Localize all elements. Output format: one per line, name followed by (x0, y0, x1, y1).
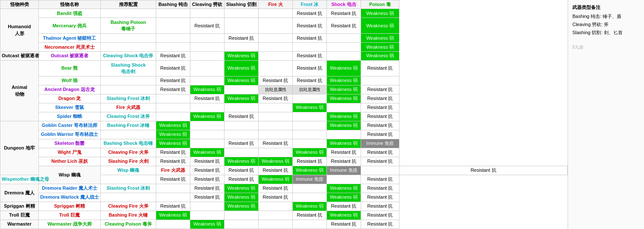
slash-cell: Resistant 抗 (224, 112, 259, 121)
monster-config-cell: Slashing Frost 冰剑 (101, 184, 156, 193)
monster-name-cell: Troll 巨魔 (39, 211, 101, 220)
slash-cell: Weakness 弱 (224, 52, 259, 61)
monster-config-cell (101, 9, 156, 18)
cleave-cell (190, 130, 224, 139)
cleave-cell (190, 121, 224, 130)
fire-cell (259, 52, 293, 61)
fire-cell (259, 34, 293, 43)
monster-name-cell: Skeleton 骷髅 (39, 139, 101, 148)
monster-config-cell: Cleaving Fire 火斧 (101, 202, 156, 211)
table-row: Goblin Warrior 哥布林战士Weakness 弱Resistant … (0, 130, 568, 139)
shock-cell: Weakness 弱 (327, 184, 361, 193)
bash-cell (156, 184, 190, 193)
monster-config-cell: Cleaving Fire 火斧 (101, 148, 156, 157)
poison-cell: Resistant 抗 (361, 193, 399, 202)
poison-cell: Resistant 抗 (361, 94, 399, 103)
frost-cell: 抗吐息属性 (293, 85, 327, 94)
fire-cell (259, 112, 293, 121)
frost-cell: Resistant 抗 (293, 211, 327, 220)
cleave-cell (190, 211, 224, 220)
cleave-cell (190, 9, 224, 18)
shock-cell (327, 43, 361, 52)
bash-cell: Resistant 抗 (190, 166, 224, 175)
monster-config-cell: Bashing Frost 冰锤 (101, 121, 156, 130)
poison-cell: Weakness 弱 (361, 52, 399, 61)
slash-cell (224, 43, 259, 52)
cleave-cell (190, 34, 224, 43)
fire-cell: Resistant 抗 (259, 193, 293, 202)
frost-cell (293, 130, 327, 139)
poison-cell: Resistant 抗 (361, 61, 399, 76)
table-row: Dungeon 地牢Goblin Caster 哥布林法师Bashing Fro… (0, 121, 568, 130)
monster-config-cell: Cleaving Shock 电击斧 (101, 52, 156, 61)
monster-type-cell: Warmaster (0, 220, 39, 229)
cleave-cell: Resistant 抗 (224, 166, 259, 175)
header-shock: Shock 电击 (327, 0, 361, 9)
frost-cell (293, 94, 327, 103)
bash-cell: Resistant 抗 (156, 175, 190, 184)
slash-cell: Resistant 抗 (224, 175, 259, 184)
header-cleave: Cleaving 劈砍 (190, 0, 224, 9)
monster-name-cell: Goblin Warrior 哥布林战士 (39, 130, 101, 139)
cleave-cell (190, 202, 224, 211)
monster-name-cell: Wight 尸鬼 (39, 148, 101, 157)
fire-cell (259, 202, 293, 211)
table-row: Animal动物Bear 熊Slashing Shock电击剑Resistant… (0, 61, 568, 76)
table-row: Thalmor Agent 秘獄特工Resistant 抗Resistant 抗… (0, 34, 568, 43)
poison-cell: Resistant 抗 (361, 202, 399, 211)
frost-cell (293, 112, 327, 121)
cleave-cell (190, 52, 224, 61)
monster-type-cell: Spriggan 树精 (0, 202, 39, 211)
cleave-cell: Resistant 抗 (190, 157, 224, 166)
cleave-cell: Weakness 弱 (190, 112, 224, 121)
monster-config-cell: Fire 火武器 (101, 103, 156, 112)
main-container: 怪物种类 怪物名称 推荐配置 Bashing 钝击 Cleaving 劈砍 Sl… (0, 0, 644, 229)
monster-type-cell: Dremora 魔人 (0, 184, 39, 202)
shock-cell (327, 52, 361, 61)
fire-cell (259, 9, 293, 18)
frost-cell: Resistant 抗 (293, 34, 327, 43)
shock-cell: Weakness 弱 (327, 112, 361, 121)
bash-cell: Resistant 抗 (156, 157, 190, 166)
slash-cell (224, 103, 259, 112)
bash-cell (156, 18, 190, 34)
shock-cell: Resistant 抗 (327, 157, 361, 166)
shock-cell (327, 130, 361, 139)
slash-cell: Weakness 弱 (224, 94, 259, 103)
monster-config-cell: Fire 火武器 (156, 166, 190, 175)
poison-cell (361, 76, 399, 85)
poison-cell: Weakness 弱 (361, 34, 399, 43)
bash-cell (156, 9, 190, 18)
frost-cell (293, 193, 327, 202)
table-row: Humanoid人形Bandit 强盗Resistant 抗Resistant … (0, 9, 568, 18)
monster-table: 怪物种类 怪物名称 推荐配置 Bashing 钝击 Cleaving 劈砍 Sl… (0, 0, 568, 229)
table-row: Spriggan 树精Spriggan 树精Cleaving Fire 火斧Re… (0, 202, 568, 211)
notes-item: Bashing 钝击: 锤子、盾 (572, 13, 640, 20)
slash-cell: Resistant 抗 (259, 166, 293, 175)
bash-cell: Resistant 抗 (156, 85, 190, 94)
monster-config-cell: Bashing Poison毒锤子 (101, 18, 156, 34)
header-config: 推荐配置 (101, 0, 156, 9)
poison-cell: Immune 免疫 (361, 139, 399, 148)
slash-cell: Weakness 弱 (224, 202, 259, 211)
cleave-cell: Weakness 弱 (190, 220, 224, 229)
fire-cell: Weakness 弱 (293, 166, 327, 175)
bash-cell (156, 103, 190, 112)
bash-cell: Weakness 弱 (156, 139, 190, 148)
monster-type-cell: Troll 巨魔 (0, 211, 39, 220)
cleave-cell: Resistant 抗 (190, 18, 224, 34)
shock-cell: Weakness 弱 (327, 61, 361, 76)
cleave-cell: Weakness 弱 (190, 148, 224, 157)
fire-cell: Resistant 抗 (259, 139, 293, 148)
fire-cell (259, 130, 293, 139)
bash-cell: Resistant 抗 (156, 61, 190, 76)
frost-cell (293, 121, 327, 130)
header-frost: Frost 冰 (293, 0, 327, 9)
slash-cell (224, 130, 259, 139)
shock-cell: Weakness 弱 (327, 211, 361, 220)
frost-cell: Immune 免疫 (327, 166, 361, 175)
poison-cell: Resistant 抗 (361, 103, 399, 112)
monster-config-cell: Slashing Shock电击剑 (101, 61, 156, 76)
fire-cell (259, 211, 293, 220)
monster-name-cell: Bandit 强盗 (39, 9, 101, 18)
